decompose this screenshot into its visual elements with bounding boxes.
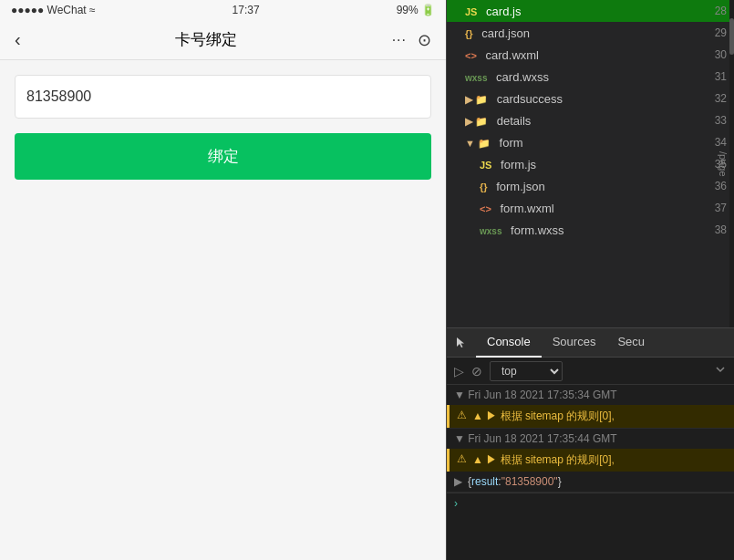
folder-expanded-icon: ▼ 📁 bbox=[465, 138, 491, 149]
file-name: form.wxml bbox=[500, 202, 553, 215]
file-tree: JS card.js 28 {} card.json 29 <> card.wx… bbox=[447, 0, 734, 328]
nav-bar: ‹ 卡号绑定 ··· ⊙ bbox=[0, 20, 446, 60]
json-icon: {} bbox=[480, 181, 488, 192]
scrollbar-track[interactable] bbox=[729, 0, 734, 327]
back-button[interactable]: ‹ bbox=[15, 29, 21, 50]
file-name: form.wxss bbox=[511, 223, 564, 237]
log-group-1: ▼ Fri Jun 18 2021 17:35:34 GMT ⚠ ▲ ▶ 根据 … bbox=[447, 385, 734, 429]
warning-2: ⚠ ▲ ▶ 根据 sitemap 的规则[0], bbox=[447, 449, 734, 472]
card-number-input[interactable] bbox=[15, 75, 431, 119]
file-name: card.js bbox=[486, 5, 521, 18]
block-icon[interactable]: ⊘ bbox=[471, 364, 482, 379]
file-item-form-folder[interactable]: ▼ 📁 form 34 bbox=[447, 131, 734, 153]
battery-text: 99% 🔋 bbox=[397, 4, 435, 16]
page-title: 卡号绑定 bbox=[175, 29, 237, 50]
wxss-icon: wxss bbox=[480, 226, 501, 236]
context-filter[interactable]: top bbox=[490, 361, 563, 381]
prompt-arrow: › bbox=[454, 497, 458, 510]
file-name: form.js bbox=[501, 158, 536, 171]
folder-name: form bbox=[500, 136, 523, 150]
wxml-icon: <> bbox=[465, 50, 477, 61]
warning-icon-2: ⚠ bbox=[457, 452, 467, 465]
file-name: form.json bbox=[496, 180, 544, 193]
console-tabs: Console Sources Secu bbox=[447, 328, 734, 358]
carrier-text: ●●●●● WeChat ≈ bbox=[11, 4, 96, 16]
file-item-cardsuccess[interactable]: ▶ 📁 cardsuccess 32 bbox=[447, 88, 734, 109]
inspector-button[interactable] bbox=[447, 332, 476, 354]
console-prompt: › bbox=[447, 493, 734, 513]
more-button[interactable]: ··· bbox=[392, 32, 407, 48]
js-icon: JS bbox=[480, 160, 491, 171]
log-group-2: ▼ Fri Jun 18 2021 17:35:44 GMT ⚠ ▲ ▶ 根据 … bbox=[447, 429, 734, 493]
mobile-simulator: ●●●●● WeChat ≈ 17:37 99% 🔋 ‹ 卡号绑定 ··· ⊙ … bbox=[0, 0, 447, 560]
console-area: Console Sources Secu ▷ ⊘ top ▼ Fri Jun 1… bbox=[447, 328, 734, 560]
console-messages: ▼ Fri Jun 18 2021 17:35:34 GMT ⚠ ▲ ▶ 根据 … bbox=[447, 385, 734, 560]
file-item-card-json[interactable]: {} card.json 29 bbox=[447, 22, 734, 44]
file-item-card-wxml[interactable]: <> card.wxml 30 bbox=[447, 44, 734, 66]
expand-arrow: ▶ bbox=[454, 475, 462, 488]
json-icon: {} bbox=[465, 28, 473, 39]
file-item-form-json[interactable]: {} form.json 36 bbox=[447, 175, 734, 197]
file-item-form-wxss[interactable]: wxss form.wxss 38 bbox=[447, 219, 734, 241]
scrollbar-thumb[interactable] bbox=[729, 18, 734, 55]
status-right: 99% 🔋 bbox=[397, 4, 435, 16]
tab-console[interactable]: Console bbox=[476, 328, 542, 358]
warning-1: ⚠ ▲ ▶ 根据 sitemap 的规则[0], bbox=[447, 405, 734, 428]
file-name: card.wxss bbox=[496, 70, 549, 84]
folder-collapsed-icon: ▶ 📁 bbox=[465, 116, 488, 127]
folder-collapsed-icon: ▶ 📁 bbox=[465, 94, 488, 105]
file-item-card-wxss[interactable]: wxss card.wxss 31 bbox=[447, 66, 734, 88]
dropdown-icon bbox=[714, 363, 727, 376]
file-name: card.json bbox=[481, 26, 530, 40]
cursor-icon bbox=[454, 336, 469, 350]
devtools-panel: JS card.js 28 {} card.json 29 <> card.wx… bbox=[447, 0, 734, 560]
tab-security[interactable]: Secu bbox=[606, 328, 656, 358]
status-left: ●●●●● WeChat ≈ bbox=[11, 4, 96, 16]
result-row: ▶ { result : "81358900" } bbox=[447, 472, 734, 492]
nav-actions: ··· ⊙ bbox=[392, 30, 431, 50]
bind-button[interactable]: 绑定 bbox=[15, 133, 431, 180]
warning-icon: ⚠ bbox=[457, 409, 467, 421]
file-item-form-js[interactable]: JS form.js 35 bbox=[447, 153, 734, 175]
wxss-icon: wxss bbox=[465, 73, 487, 83]
file-item-details[interactable]: ▶ 📁 details 33 bbox=[447, 109, 734, 131]
file-item-form-wxml[interactable]: <> form.wxml 37 bbox=[447, 197, 734, 219]
console-toolbar: ▷ ⊘ top bbox=[447, 358, 734, 385]
file-item-card-js[interactable]: JS card.js 28 bbox=[447, 0, 734, 22]
folder-name: details bbox=[497, 114, 532, 128]
time-text: 17:37 bbox=[233, 4, 260, 16]
tab-sources[interactable]: Sources bbox=[542, 328, 607, 358]
js-icon: JS bbox=[465, 6, 477, 17]
wxml-icon: <> bbox=[480, 203, 491, 214]
target-button[interactable]: ⊙ bbox=[418, 30, 431, 50]
play-icon[interactable]: ▷ bbox=[454, 364, 464, 379]
timestamp-1: ▼ Fri Jun 18 2021 17:35:34 GMT bbox=[447, 385, 734, 405]
folder-name: cardsuccess bbox=[497, 92, 563, 106]
file-name: card.wxml bbox=[485, 48, 539, 62]
filter-right bbox=[714, 363, 727, 379]
status-bar: ●●●●● WeChat ≈ 17:37 99% 🔋 bbox=[0, 0, 446, 20]
timestamp-2: ▼ Fri Jun 18 2021 17:35:44 GMT bbox=[447, 429, 734, 449]
mobile-content: 绑定 bbox=[0, 60, 446, 560]
